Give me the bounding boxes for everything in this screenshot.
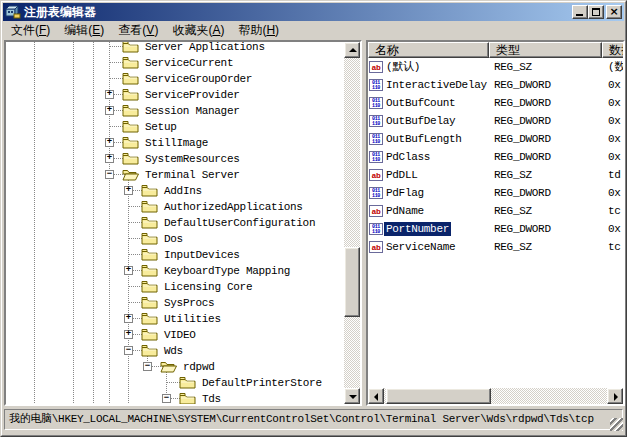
tree-item-label[interactable]: rdpwd [183,360,215,374]
expand-toggle[interactable]: + [105,90,114,99]
tree-item-label[interactable]: KeyboardType Mapping [164,264,290,278]
value-name[interactable]: OutBufLength [386,132,462,146]
collapse-toggle[interactable]: − [105,170,114,179]
tree-item-setup[interactable]: Setup [6,119,344,135]
scroll-down-button[interactable] [344,388,360,404]
value-name[interactable]: OutBufDelay [386,114,455,128]
value-name[interactable]: PdDLL [386,168,418,182]
value-name[interactable]: (默认) [386,60,420,74]
tree-item-label[interactable]: DefaultUserConfiguration [164,216,315,230]
tree-item-addins[interactable]: +AddIns [6,183,344,199]
tree-item-servicecurrent[interactable]: ServiceCurrent [6,55,344,71]
expand-toggle[interactable]: + [124,186,133,195]
menu-item-h[interactable]: 帮助(H) [231,20,286,41]
vertical-scroll-thumb[interactable] [344,247,360,317]
expand-toggle[interactable]: + [124,314,133,323]
tree-item-label[interactable]: Dos [164,232,183,246]
tree-item-label[interactable]: ServiceCurrent [145,56,233,70]
collapse-toggle[interactable]: − [162,394,171,403]
tree-item-tds[interactable]: −Tds [6,391,344,404]
values-horizontal-scrollbar[interactable] [368,388,623,404]
tree-item-video[interactable]: +VIDEO [6,327,344,343]
value-name-selected[interactable]: PortNumber [384,222,451,236]
tree-item-terminal-server[interactable]: −Terminal Server [6,167,344,183]
value-row--[interactable]: ab(默认)REG_SZ(数 [368,58,623,76]
tree-item-label[interactable]: Session Manager [145,104,240,118]
tree-item-label[interactable]: Server Applications [145,42,265,54]
menu-item-a[interactable]: 收藏夹(A) [165,20,231,41]
tree-item-sysprocs[interactable]: SysProcs [6,295,344,311]
tree-item-label[interactable]: AuthorizedApplications [164,200,303,214]
tree-item-label[interactable]: Licensing Core [164,280,252,294]
resize-grip[interactable] [610,418,623,431]
menu-item-v[interactable]: 查看(V) [111,20,165,41]
value-name[interactable]: PdFlag [386,186,424,200]
tree-item-label[interactable]: StillImage [145,136,208,150]
tree-item-authorizedapplications[interactable]: AuthorizedApplications [6,199,344,215]
value-row-pdflag[interactable]: 011110PdFlagREG_DWORD0x [368,184,623,202]
tree-item-label[interactable]: SysProcs [164,296,214,310]
value-row-pdclass[interactable]: 011110PdClassREG_DWORD0x [368,148,623,166]
value-row-outbuflength[interactable]: 011110OutBufLengthREG_DWORD0x [368,130,623,148]
value-row-pddll[interactable]: abPdDLLREG_SZtd [368,166,623,184]
tree-item-systemresources[interactable]: +SystemResources [6,151,344,167]
tree-item-defaultprinterstore[interactable]: DefaultPrinterStore [6,375,344,391]
value-name[interactable]: PdClass [386,150,430,164]
tree-item-label[interactable]: ServiceProvider [145,88,240,102]
collapse-toggle[interactable]: − [143,362,152,371]
tree-item-label[interactable]: Tds [202,392,221,404]
tree-vertical-scrollbar[interactable] [344,42,360,404]
tree-item-serviceprovider[interactable]: +ServiceProvider [6,87,344,103]
tree-item-servicegrouporder[interactable]: ServiceGroupOrder [6,71,344,87]
expand-toggle[interactable]: + [105,106,114,115]
tree-item-dos[interactable]: Dos [6,231,344,247]
title-bar[interactable]: 注册表编辑器 × [3,3,624,21]
tree-item-label[interactable]: SystemResources [145,152,240,166]
tree-item-label[interactable]: Terminal Server [145,168,240,182]
expand-toggle[interactable]: + [105,138,114,147]
expand-toggle[interactable]: + [124,330,133,339]
expand-toggle[interactable]: + [105,154,114,163]
tree-item-label[interactable]: AddIns [164,184,202,198]
menu-item-e[interactable]: 编辑(E) [57,20,111,41]
column-header-data[interactable]: 数据 [602,42,623,58]
tree-item-label[interactable]: Utilities [164,312,221,326]
tree-item-label[interactable]: Setup [145,120,177,134]
tree-item-rdpwd[interactable]: −rdpwd [6,359,344,375]
tree-item-stillimage[interactable]: +StillImage [6,135,344,151]
tree-item-keyboardtype-mapping[interactable]: +KeyboardType Mapping [6,263,344,279]
value-name[interactable]: PdName [386,204,424,218]
value-row-outbufcount[interactable]: 011110OutBufCountREG_DWORD0x [368,94,623,112]
expand-toggle[interactable]: + [124,266,133,275]
collapse-toggle[interactable]: − [124,346,133,355]
value-name[interactable]: InteractiveDelay [386,78,487,92]
horizontal-scroll-thumb[interactable] [386,388,491,404]
column-header-name[interactable]: 名称 [368,42,489,58]
close-button[interactable]: × [606,5,622,19]
tree-item-utilities[interactable]: +Utilities [6,311,344,327]
tree-item-inputdevices[interactable]: InputDevices [6,247,344,263]
scroll-right-button[interactable] [607,388,623,404]
column-header-type[interactable]: 类型 [489,42,602,58]
minimize-button[interactable] [572,5,588,19]
value-row-interactivedelay[interactable]: 011110InteractiveDelayREG_DWORD0x [368,76,623,94]
tree-item-wds[interactable]: −Wds [6,343,344,359]
scroll-up-button[interactable] [344,42,360,58]
value-row-outbufdelay[interactable]: 011110OutBufDelayREG_DWORD0x [368,112,623,130]
value-row-portnumber[interactable]: 011110PortNumberREG_DWORD0x [368,220,623,238]
tree-item-label[interactable]: Wds [164,344,183,358]
value-name[interactable]: OutBufCount [386,96,455,110]
maximize-button[interactable] [588,5,604,19]
value-name[interactable]: ServiceName [386,240,455,254]
tree-item-licensing-core[interactable]: Licensing Core [6,279,344,295]
tree-item-label[interactable]: ServiceGroupOrder [145,72,252,86]
tree-item-label[interactable]: VIDEO [164,328,196,342]
tree-item-defaultuserconfiguration[interactable]: DefaultUserConfiguration [6,215,344,231]
value-row-servicename[interactable]: abServiceNameREG_SZtc [368,238,623,256]
menu-item-f[interactable]: 文件(F) [4,20,57,41]
value-row-pdname[interactable]: abPdNameREG_SZtc [368,202,623,220]
tree-item-session-manager[interactable]: +Session Manager [6,103,344,119]
scroll-left-button[interactable] [368,388,384,404]
tree-item-server-applications[interactable]: Server Applications [6,42,344,55]
tree-item-label[interactable]: DefaultPrinterStore [202,376,322,390]
